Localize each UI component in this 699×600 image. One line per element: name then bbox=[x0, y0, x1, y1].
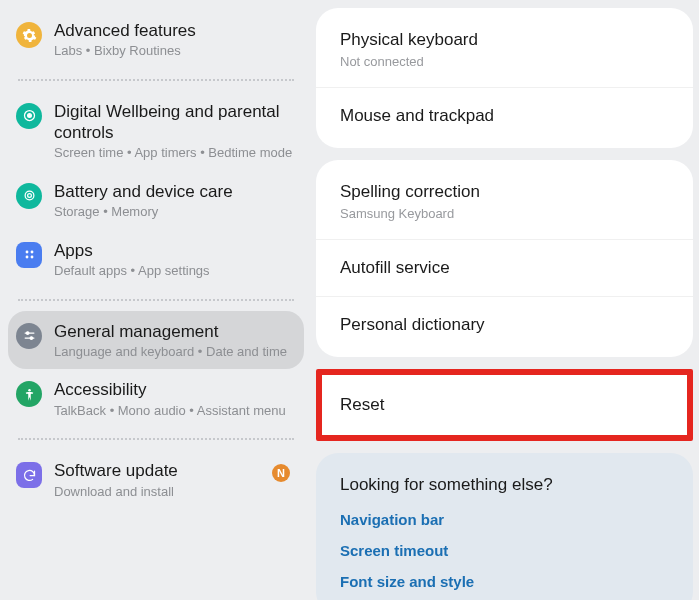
sidebar-item-title: Advanced features bbox=[54, 20, 296, 41]
svg-point-12 bbox=[28, 389, 31, 392]
item-personal-dictionary[interactable]: Personal dictionary bbox=[316, 296, 693, 353]
suggestion-link-screen-timeout[interactable]: Screen timeout bbox=[340, 542, 669, 559]
item-title: Reset bbox=[340, 395, 669, 415]
sidebar-item-subtitle: TalkBack • Mono audio • Assistant menu bbox=[54, 403, 296, 419]
divider bbox=[18, 438, 294, 440]
care-icon bbox=[16, 183, 42, 209]
sidebar-item-subtitle: Screen time • App timers • Bedtime mode bbox=[54, 145, 296, 161]
sidebar-item-title: Battery and device care bbox=[54, 181, 296, 202]
item-title: Spelling correction bbox=[340, 182, 669, 202]
suggestions-heading: Looking for something else? bbox=[340, 475, 669, 495]
apps-icon bbox=[16, 242, 42, 268]
sidebar-item-title: Apps bbox=[54, 240, 296, 261]
item-title: Autofill service bbox=[340, 258, 669, 278]
suggestions-card: Looking for something else? Navigation b… bbox=[316, 453, 693, 600]
sidebar-item-subtitle: Labs • Bixby Routines bbox=[54, 43, 296, 59]
item-physical-keyboard[interactable]: Physical keyboard Not connected bbox=[316, 12, 693, 87]
suggestion-link-font-size-style[interactable]: Font size and style bbox=[340, 573, 669, 590]
update-icon bbox=[16, 462, 42, 488]
item-subtitle: Not connected bbox=[340, 54, 669, 69]
svg-point-7 bbox=[30, 256, 33, 259]
sidebar-item-title: Digital Wellbeing and parental controls bbox=[54, 101, 296, 144]
settings-group-text: Spelling correction Samsung Keyboard Aut… bbox=[316, 160, 693, 357]
sidebar-item-battery-device-care[interactable]: Battery and device care Storage • Memory bbox=[8, 171, 304, 230]
item-title: Personal dictionary bbox=[340, 315, 669, 335]
settings-group-reset: Reset bbox=[316, 369, 693, 441]
svg-point-11 bbox=[30, 337, 33, 340]
item-subtitle: Samsung Keyboard bbox=[340, 206, 669, 221]
sidebar-item-title: Software update bbox=[54, 460, 272, 481]
item-title: Physical keyboard bbox=[340, 30, 669, 50]
item-reset[interactable]: Reset bbox=[322, 379, 687, 431]
sliders-icon bbox=[16, 323, 42, 349]
sidebar-item-subtitle: Storage • Memory bbox=[54, 204, 296, 220]
sidebar-item-title: General management bbox=[54, 321, 296, 342]
sidebar-item-accessibility[interactable]: Accessibility TalkBack • Mono audio • As… bbox=[8, 369, 304, 428]
svg-point-3 bbox=[27, 194, 31, 198]
settings-group-input-devices: Physical keyboard Not connected Mouse an… bbox=[316, 8, 693, 148]
suggestion-link-navigation-bar[interactable]: Navigation bar bbox=[340, 511, 669, 528]
svg-point-1 bbox=[27, 114, 31, 118]
sidebar-item-software-update[interactable]: Software update Download and install N bbox=[8, 450, 304, 509]
svg-point-2 bbox=[25, 192, 34, 201]
sidebar-item-subtitle: Download and install bbox=[54, 484, 272, 500]
notification-badge: N bbox=[272, 464, 290, 482]
svg-point-10 bbox=[26, 332, 29, 335]
sidebar-item-advanced-features[interactable]: Advanced features Labs • Bixby Routines bbox=[8, 10, 304, 69]
sidebar-item-apps[interactable]: Apps Default apps • App settings bbox=[8, 230, 304, 289]
settings-sidebar: Advanced features Labs • Bixby Routines … bbox=[0, 0, 310, 600]
sidebar-item-digital-wellbeing[interactable]: Digital Wellbeing and parental controls … bbox=[8, 91, 304, 171]
divider bbox=[18, 79, 294, 81]
sidebar-item-general-management[interactable]: General management Language and keyboard… bbox=[8, 311, 304, 370]
svg-point-4 bbox=[25, 251, 28, 254]
wellbeing-icon bbox=[16, 103, 42, 129]
divider bbox=[18, 299, 294, 301]
item-mouse-trackpad[interactable]: Mouse and trackpad bbox=[316, 87, 693, 144]
accessibility-icon bbox=[16, 381, 42, 407]
svg-point-6 bbox=[25, 256, 28, 259]
item-autofill-service[interactable]: Autofill service bbox=[316, 239, 693, 296]
detail-pane: Physical keyboard Not connected Mouse an… bbox=[310, 0, 699, 600]
sidebar-item-subtitle: Language and keyboard • Date and time bbox=[54, 344, 296, 360]
sidebar-item-title: Accessibility bbox=[54, 379, 296, 400]
sidebar-item-subtitle: Default apps • App settings bbox=[54, 263, 296, 279]
gear-icon bbox=[16, 22, 42, 48]
item-title: Mouse and trackpad bbox=[340, 106, 669, 126]
svg-point-5 bbox=[30, 251, 33, 254]
item-spelling-correction[interactable]: Spelling correction Samsung Keyboard bbox=[316, 164, 693, 239]
